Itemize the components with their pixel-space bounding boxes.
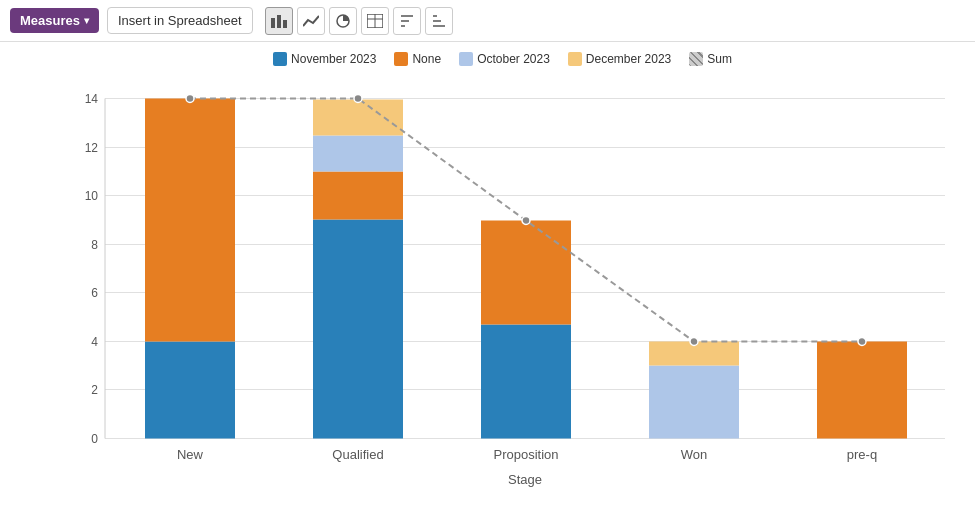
legend-swatch-december: [568, 52, 582, 66]
bar-qualified-none: [313, 172, 403, 220]
bar-new-none: [145, 99, 235, 342]
sum-dot-won: [690, 338, 698, 346]
bar-won-october: [649, 366, 739, 439]
svg-text:6: 6: [91, 286, 98, 300]
svg-rect-0: [271, 18, 275, 28]
xlabel-new: New: [177, 447, 204, 462]
bar-preq-none: [817, 342, 907, 439]
sort-asc-icon[interactable]: [393, 7, 421, 35]
svg-text:8: 8: [91, 238, 98, 252]
legend-december: December 2023: [568, 52, 671, 66]
toolbar: Measures ▾ Insert in Spreadsheet: [0, 0, 975, 42]
chart-container: November 2023 None October 2023 December…: [0, 42, 975, 521]
sum-dot-proposition: [522, 217, 530, 225]
legend-swatch-november: [273, 52, 287, 66]
sort-desc-icon[interactable]: [425, 7, 453, 35]
legend-label-november: November 2023: [291, 52, 376, 66]
svg-text:14: 14: [85, 92, 99, 106]
svg-text:4: 4: [91, 335, 98, 349]
legend-swatch-sum: [689, 52, 703, 66]
xlabel-won: Won: [681, 447, 708, 462]
svg-text:0: 0: [91, 432, 98, 446]
line-chart-icon[interactable]: [297, 7, 325, 35]
bar-qualified-october: [313, 136, 403, 172]
legend-label-sum: Sum: [707, 52, 732, 66]
bar-new-november: [145, 342, 235, 439]
legend-swatch-none: [394, 52, 408, 66]
bar-qualified-december: [313, 100, 403, 136]
legend-swatch-october: [459, 52, 473, 66]
legend-sum: Sum: [689, 52, 732, 66]
insert-spreadsheet-button[interactable]: Insert in Spreadsheet: [107, 7, 253, 34]
bar-chart-icon[interactable]: [265, 7, 293, 35]
sum-dot-qualified: [354, 95, 362, 103]
measures-chevron: ▾: [84, 15, 89, 26]
chart-legend: November 2023 None October 2023 December…: [50, 52, 955, 66]
sum-dot-new: [186, 95, 194, 103]
svg-rect-1: [277, 15, 281, 28]
xlabel-proposition: Proposition: [493, 447, 558, 462]
xaxis-label: Stage: [508, 472, 542, 487]
measures-button[interactable]: Measures ▾: [10, 8, 99, 33]
bar-proposition-none: [481, 221, 571, 325]
bar-chart-svg: 0 2 4 6 8 10 12 14: [50, 74, 955, 503]
svg-text:12: 12: [85, 141, 99, 155]
svg-text:2: 2: [91, 383, 98, 397]
chart-type-icons: [265, 7, 453, 35]
legend-label-october: October 2023: [477, 52, 550, 66]
xlabel-preq: pre-q: [847, 447, 877, 462]
svg-rect-2: [283, 20, 287, 28]
legend-november: November 2023: [273, 52, 376, 66]
xlabel-qualified: Qualified: [332, 447, 383, 462]
table-icon[interactable]: [361, 7, 389, 35]
legend-october: October 2023: [459, 52, 550, 66]
bar-qualified-november: [313, 220, 403, 439]
measures-label: Measures: [20, 13, 80, 28]
pie-chart-icon[interactable]: [329, 7, 357, 35]
legend-none: None: [394, 52, 441, 66]
bar-proposition-november: [481, 325, 571, 439]
svg-text:10: 10: [85, 189, 99, 203]
sum-dot-preq: [858, 338, 866, 346]
legend-label-december: December 2023: [586, 52, 671, 66]
legend-label-none: None: [412, 52, 441, 66]
